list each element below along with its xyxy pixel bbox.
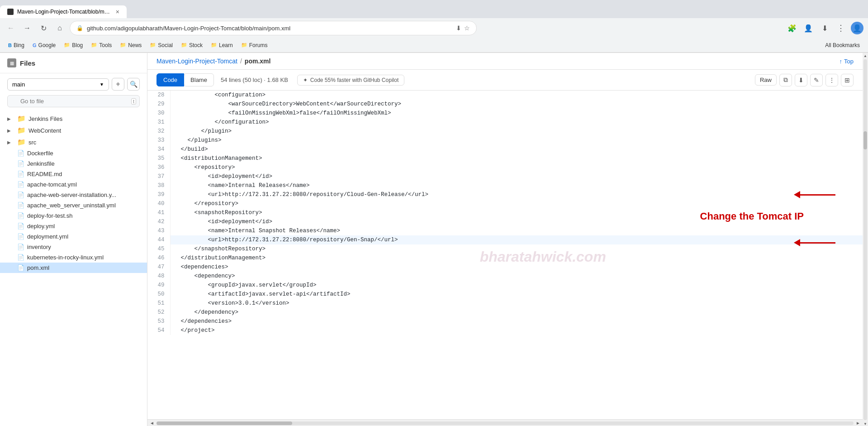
code-tab-button[interactable]: Code — [157, 73, 184, 86]
bookmark-forums[interactable]: 📁 Forums — [237, 41, 271, 50]
bookmark-tools[interactable]: 📁 Tools — [87, 41, 115, 50]
line-code: </plugin> — [170, 127, 863, 136]
star-icon[interactable]: ☆ — [464, 24, 470, 32]
more-options-button[interactable]: ⋮ — [825, 74, 838, 86]
tab-close-icon[interactable]: × — [116, 8, 119, 15]
top-label: Top — [844, 58, 854, 65]
tree-item-deployment[interactable]: 📄 deployment.yml — [0, 231, 147, 242]
code-container[interactable]: 28 <configuration>29 <warSourceDirectory… — [147, 91, 863, 419]
tree-item-jenkins-files[interactable]: ▶ 📁 Jenkins Files — [0, 113, 147, 124]
table-row: 28 <configuration> — [147, 91, 863, 100]
v-scroll-thumb[interactable] — [863, 131, 867, 149]
all-bookmarks-item[interactable]: All Bookmarks — [821, 41, 863, 50]
bookmark-news[interactable]: 📁 News — [116, 41, 145, 50]
top-link[interactable]: ↑ Top — [840, 58, 854, 65]
tree-item-apache-tomcat[interactable]: 📄 apache-tomcat.yml — [0, 179, 147, 190]
profile-avatar[interactable]: 👤 — [851, 22, 863, 34]
horizontal-scrollbar[interactable]: ◄ ► — [147, 419, 863, 426]
bookmark-google[interactable]: G Google — [29, 41, 59, 50]
browser-menu-icon[interactable]: ⋮ — [835, 22, 847, 34]
file-icon: 📄 — [17, 160, 24, 167]
line-code: </project> — [170, 326, 863, 335]
tree-item-webcontent[interactable]: ▶ 📁 WebContent — [0, 124, 147, 136]
line-number: 32 — [147, 127, 170, 136]
reload-button[interactable]: ↻ — [37, 22, 50, 34]
bookmark-blog[interactable]: 📁 Blog — [60, 41, 86, 50]
forward-button[interactable]: → — [21, 22, 33, 34]
download-page-icon[interactable]: ⬇ — [456, 24, 461, 32]
bookmark-social[interactable]: 📁 Social — [146, 41, 176, 50]
sidebar-header: ▦ Files — [0, 53, 147, 73]
vertical-scrollbar[interactable]: ▲ ▼ — [863, 53, 868, 426]
line-code: </dependency> — [170, 308, 863, 317]
line-code: </build> — [170, 145, 863, 154]
bookmark-bing-label: Bing — [14, 42, 24, 48]
tree-item-pom-xml[interactable]: 📄 pom.xml — [0, 263, 147, 273]
bing-icon: B — [8, 43, 12, 48]
tree-item-apache-web[interactable]: 📄 apache-web-server-installation.y... — [0, 190, 147, 200]
user-account-icon[interactable]: 👤 — [802, 22, 815, 34]
bookmarks-right: All Bookmarks — [821, 41, 863, 50]
scroll-up-button[interactable]: ▲ — [863, 53, 868, 58]
branch-dropdown[interactable]: main ▼ — [7, 78, 109, 91]
line-code: <id>deployment</id> — [170, 172, 863, 181]
branch-search-button[interactable]: 🔍 — [127, 78, 140, 91]
url-text: github.com/adigopulabharath/Maven-Login-… — [87, 25, 452, 32]
fullscreen-button[interactable]: ⊞ — [841, 74, 854, 86]
tree-item-apache-uninstall[interactable]: 📄 apache_web_server_uninstall.yml — [0, 200, 147, 211]
bookmark-bing[interactable]: B Bing — [5, 41, 28, 50]
branch-chevron-icon: ▼ — [100, 82, 104, 87]
tree-item-kubernetes[interactable]: 📄 kubernetes-in-rocky-linux.yml — [0, 252, 147, 263]
tree-item-readme[interactable]: 📄 README.md — [0, 169, 147, 179]
line-code: <repository> — [170, 163, 863, 172]
scroll-thumb[interactable] — [157, 421, 292, 425]
tree-item-src[interactable]: ▶ 📁 src — [0, 136, 147, 148]
table-row: 47 <dependencies> — [147, 263, 863, 272]
bookmark-news-label: News — [128, 42, 142, 48]
v-scroll-track[interactable] — [863, 59, 867, 420]
raw-button[interactable]: Raw — [755, 74, 777, 86]
line-code: </repository> — [170, 199, 863, 208]
active-tab[interactable]: Maven-Login-Project-Tomcat/blob/main/pom… — [0, 5, 127, 18]
toolbar-right: 🧩 👤 ⬇ ⋮ 👤 — [786, 22, 863, 34]
stock-folder-icon: 📁 — [181, 42, 187, 48]
breadcrumb-repo[interactable]: Maven-Login-Project-Tomcat — [157, 57, 237, 65]
blog-folder-icon: 📁 — [64, 42, 70, 48]
breadcrumb-separator: / — [240, 57, 242, 65]
folder-icon: 📁 — [17, 126, 26, 134]
tree-item-dockerfile[interactable]: 📄 Dockerfile — [0, 148, 147, 158]
tree-item-inventory[interactable]: 📄 inventory — [0, 242, 147, 252]
scroll-down-button[interactable]: ▼ — [863, 421, 868, 426]
back-button[interactable]: ← — [5, 22, 17, 34]
extensions-icon[interactable]: 🧩 — [786, 22, 798, 34]
download-button[interactable]: ⬇ — [795, 74, 807, 86]
blame-tab-button[interactable]: Blame — [184, 73, 214, 86]
downloads-icon[interactable]: ⬇ — [818, 22, 831, 34]
address-bar[interactable]: 🔒 github.com/adigopulabharath/Maven-Logi… — [70, 21, 477, 35]
tab-favicon — [7, 9, 14, 15]
bookmark-stock[interactable]: 📁 Stock — [177, 41, 206, 50]
bookmark-learn[interactable]: 📁 Learn — [207, 41, 237, 50]
line-number: 39 — [147, 190, 170, 199]
search-bar: t — [7, 95, 140, 107]
tree-item-deploy-for-test[interactable]: 📄 deploy-for-test.sh — [0, 211, 147, 221]
line-number: 45 — [147, 244, 170, 254]
line-code: <url>http://172.31.27.22:8080/repository… — [170, 190, 863, 199]
tree-item-label: WebContent — [28, 127, 61, 134]
edit-button[interactable]: ✎ — [810, 74, 823, 86]
line-code: <dependencies> — [170, 263, 863, 272]
scroll-right-button[interactable]: ► — [854, 420, 862, 426]
scroll-left-button[interactable]: ◄ — [148, 420, 156, 426]
bookmarks-bar: B Bing G Google 📁 Blog 📁 Tools 📁 News 📁 … — [0, 38, 868, 53]
add-branch-button[interactable]: + — [112, 78, 124, 91]
search-input[interactable] — [7, 95, 140, 107]
table-row: 41 <snapshotRepository> — [147, 208, 863, 217]
scroll-track[interactable] — [157, 421, 854, 425]
tree-item-deploy[interactable]: 📄 deploy.yml — [0, 221, 147, 231]
copy-button[interactable]: ⧉ — [779, 74, 792, 86]
home-button[interactable]: ⌂ — [53, 22, 66, 34]
line-number: 34 — [147, 145, 170, 154]
tree-item-label: kubernetes-in-rocky-linux.yml — [27, 254, 104, 261]
copilot-badge[interactable]: ✦ Code 55% faster with GitHub Copilot — [297, 75, 404, 86]
tree-item-jenkinsfile[interactable]: 📄 Jenkinsfile — [0, 158, 147, 169]
